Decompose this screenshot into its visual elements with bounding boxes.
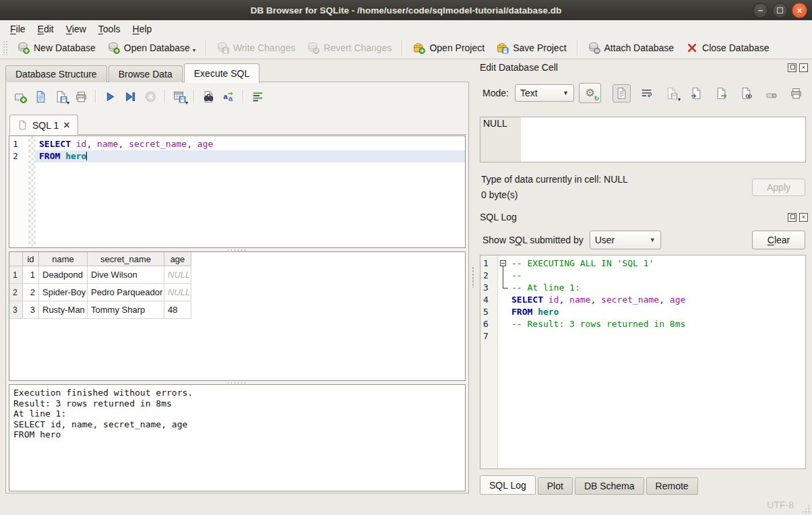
apply-button[interactable]: Apply	[752, 179, 805, 196]
print-button[interactable]	[72, 88, 90, 106]
row-header[interactable]: 3	[9, 301, 23, 319]
dropdown-caret-icon[interactable]: ▾	[678, 96, 681, 102]
maximize-button[interactable]	[772, 3, 788, 18]
fold-mark	[498, 294, 509, 306]
close-tab-icon[interactable]: ×	[63, 120, 69, 131]
dock-close-icon[interactable]: ×	[799, 213, 808, 222]
table-cell[interactable]: 3	[23, 301, 39, 319]
dock-close-icon[interactable]: ×	[799, 63, 808, 72]
write-changes-button[interactable]: Write Changes	[211, 39, 301, 57]
export-file-icon	[715, 87, 728, 100]
table-cell[interactable]: NULL	[164, 284, 191, 301]
resize-grip[interactable]	[801, 504, 810, 513]
dock-float-icon[interactable]	[788, 213, 797, 222]
column-header-secret-name[interactable]: secret_name	[88, 252, 164, 266]
new-sql-tab-button[interactable]	[11, 88, 30, 106]
print-cell-button[interactable]	[787, 84, 805, 102]
table-cell[interactable]: Tommy Sharp	[88, 301, 164, 319]
dropdown-caret-icon[interactable]: ▾	[67, 100, 69, 106]
menu-item-file[interactable]: File	[4, 22, 32, 36]
database-attach-icon	[588, 42, 600, 54]
fold-mark[interactable]	[498, 258, 509, 270]
dropdown-caret-icon[interactable]: ▾	[185, 100, 188, 106]
row-header[interactable]: 1	[9, 266, 23, 284]
export-file-button[interactable]	[712, 84, 730, 102]
sql-log-view[interactable]: 1234567 -- EXECUTING ALL IN 'SQL 1'---- …	[480, 255, 806, 469]
menu-item-help[interactable]: Help	[127, 22, 158, 36]
column-header-age[interactable]: age	[164, 252, 191, 266]
table-cell[interactable]: Spider-Boy	[39, 284, 88, 301]
auto-apply-button[interactable]: ⚙ ↻	[579, 83, 601, 103]
table-cell[interactable]: Deadpond	[39, 266, 88, 284]
execute-current-line-icon	[124, 90, 137, 103]
dock-tab-sql-log[interactable]: SQL Log	[480, 475, 536, 495]
toolbar-button-label: Attach Database	[604, 42, 675, 53]
mode-dropdown[interactable]: Text ▼	[515, 84, 574, 102]
close-button[interactable]: ×	[792, 3, 807, 18]
stop-button[interactable]	[142, 88, 160, 106]
column-header-name[interactable]: name	[39, 252, 88, 266]
minimize-button[interactable]: −	[753, 3, 768, 18]
toolbar-grip[interactable]	[3, 40, 8, 55]
table-cell[interactable]: Pedro Parqueador	[88, 284, 164, 301]
clear-button[interactable]: Clear	[752, 231, 805, 249]
cell-editor[interactable]: NULL	[480, 117, 806, 162]
word-wrap-button[interactable]	[637, 84, 656, 102]
sql-editor[interactable]: 12 SELECT id, name, secret_name, ageFROM…	[9, 135, 466, 248]
format-sql-button[interactable]: aa	[220, 88, 238, 106]
toolbar-button-label: Write Changes	[233, 42, 295, 53]
save-cell-button[interactable]: ▾	[662, 84, 681, 102]
menu-item-edit[interactable]: Edit	[32, 22, 60, 36]
menu-item-tools[interactable]: Tools	[92, 22, 127, 36]
word-wrap-icon	[640, 87, 653, 100]
execute-current-line-button[interactable]	[121, 88, 139, 106]
edit-cell-dock-controls: ×	[788, 63, 808, 72]
import-file-button[interactable]	[687, 84, 706, 102]
tab-execute-sql[interactable]: Execute SQL	[184, 63, 260, 83]
tab-browse-data[interactable]: Browse Data	[108, 65, 183, 82]
panel-splitter[interactable]	[470, 59, 476, 495]
open-sql-file-button[interactable]	[32, 88, 50, 106]
save-project-button[interactable]: Save Project	[491, 39, 572, 57]
text-mode-button[interactable]	[613, 84, 631, 102]
table-cell[interactable]: 48	[164, 301, 191, 319]
row-header[interactable]: 2	[9, 284, 23, 301]
close-database-button[interactable]: Close Database	[680, 39, 776, 57]
table-cell[interactable]: Rusty-Man	[39, 301, 88, 319]
set-null-button[interactable]	[762, 84, 780, 102]
encoding-label: UTF-8	[767, 499, 794, 510]
revert-changes-button[interactable]: ↺Revert Changes	[301, 39, 398, 57]
execute-all-button[interactable]	[101, 88, 119, 106]
column-header-id[interactable]: id	[23, 252, 39, 266]
dock-tab-db-schema[interactable]: DB Schema	[575, 477, 644, 495]
tab-database-structure[interactable]: Database Structure	[5, 65, 107, 82]
find-replace-button[interactable]	[199, 88, 218, 106]
table-cell[interactable]: Dive Wilson	[88, 266, 164, 284]
new-database-button[interactable]: New Database	[11, 39, 102, 57]
open-database-button[interactable]: Open Database▾	[102, 39, 201, 57]
table-cell[interactable]: NULL	[164, 266, 191, 284]
dock-tab-plot[interactable]: Plot	[538, 477, 573, 495]
submitted-by-dropdown[interactable]: User ▼	[590, 231, 661, 249]
open-sql-file-icon	[34, 90, 47, 103]
save-sql-file-button[interactable]: ▾	[52, 88, 70, 106]
toggle-comment-button[interactable]	[249, 88, 267, 106]
collapse-icon[interactable]	[500, 260, 506, 266]
table-cell[interactable]: 1	[23, 266, 39, 284]
dropdown-caret-icon[interactable]: ▾	[193, 47, 195, 54]
text-mode-icon	[615, 87, 628, 100]
menu-item-view[interactable]: View	[60, 22, 92, 36]
table-cell[interactable]: 2	[23, 284, 39, 301]
open-in-app-button[interactable]	[737, 84, 755, 102]
editor-code-area[interactable]: SELECT id, name, secret_name, ageFROM he…	[36, 136, 465, 247]
save-results-button[interactable]: ▾	[170, 88, 189, 106]
dock-tab-remote[interactable]: Remote	[646, 477, 698, 495]
table-corner[interactable]	[9, 252, 23, 266]
open-project-button[interactable]: Open Project	[407, 39, 491, 57]
maximize-icon	[777, 7, 783, 13]
attach-database-button[interactable]: Attach Database	[582, 39, 681, 57]
line-number: 7	[480, 330, 497, 342]
dock-float-icon[interactable]	[788, 63, 797, 72]
window-controls: − ×	[753, 3, 807, 18]
tab-sql-1[interactable]: SQL 1 ×	[9, 115, 78, 135]
